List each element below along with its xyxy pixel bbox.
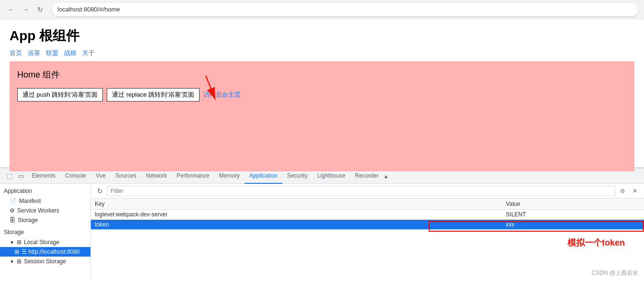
app-title: App 根组件 <box>10 27 634 45</box>
arrow-annotation <box>187 71 225 104</box>
localhost-grid-icon: ⊞ <box>14 248 19 255</box>
nav-yuse[interactable]: 浴塞 <box>28 49 40 57</box>
csdn-watermark: CSDN @上善若水 <box>591 269 638 277</box>
recorder-icon: ▲ <box>383 173 389 179</box>
storage-table: Key Value loglevel:webpack-dev-server SI… <box>91 199 644 281</box>
home-title: Home 组件 <box>17 69 627 80</box>
select-element-icon[interactable]: ⬚ <box>4 170 15 182</box>
devtools-body: Application 📄 Manifest ⚙ Service Workers… <box>0 184 644 281</box>
manifest-icon: 📄 <box>10 198 17 204</box>
table-row-selected[interactable]: token xxx <box>91 220 644 230</box>
local-storage-icon: ▼ <box>10 240 14 245</box>
nav-home[interactable]: 首页 <box>10 49 22 57</box>
nav-buttons: ← → ↻ <box>6 4 46 15</box>
section-application: Application <box>0 186 90 196</box>
sidebar-item-session-storage[interactable]: ▼ ⊞ Session Storage <box>0 257 90 266</box>
app-content: App 根组件 首页 浴塞 联盟 战狼 关于 Home 组件 通过 push 跳… <box>0 19 644 168</box>
local-storage-label: Local Storage <box>24 239 59 246</box>
session-storage-expand-icon: ▼ <box>10 259 14 264</box>
sidebar-item-localhost[interactable]: ⊞ ☰ http://localhost:8080 <box>0 247 90 257</box>
devtools: ⬚ ▭ Elements Console Vue Sources Network… <box>0 168 644 281</box>
row2-key: token <box>91 220 502 230</box>
col-key: Key <box>91 199 502 210</box>
storage-icon: 🗄 <box>10 217 15 224</box>
local-storage-grid-icon: ⊞ <box>17 239 22 246</box>
browser-chrome: ← → ↻ <box>0 0 644 19</box>
address-bar[interactable] <box>52 3 638 16</box>
local-storage-table: Key Value loglevel:webpack-dev-server SI… <box>91 199 644 230</box>
localhost-label: ☰ http://localhost:8080 <box>22 248 80 255</box>
table-row[interactable]: loglevel:webpack-dev-server SILENT <box>91 210 644 220</box>
manifest-label: Manifest <box>19 198 41 204</box>
forward-button[interactable]: → <box>20 4 32 15</box>
session-storage-grid-icon: ⊞ <box>17 258 22 265</box>
nav-lianmeng[interactable]: 联盟 <box>46 49 58 57</box>
service-workers-label: Service Workers <box>17 207 59 214</box>
filter-close-button[interactable]: ✕ <box>630 186 640 196</box>
home-component: Home 组件 通过 push 跳转到'浴塞'页面 通过 replace 跳转到… <box>10 61 634 171</box>
sidebar-item-manifest[interactable]: 📄 Manifest <box>0 196 90 206</box>
row2-value: xxx <box>502 220 644 230</box>
col-value: Value <box>502 199 644 210</box>
replace-button[interactable]: 通过 replace 跳转到'浴塞'页面 <box>107 88 200 101</box>
devtools-sidebar: Application 📄 Manifest ⚙ Service Workers… <box>0 184 91 281</box>
storage-label: Storage <box>18 217 38 224</box>
service-workers-icon: ⚙ <box>10 207 15 214</box>
refresh-button[interactable]: ↻ <box>34 4 46 15</box>
filter-input[interactable] <box>107 186 615 196</box>
filter-clear-button[interactable]: ⊘ <box>617 186 628 196</box>
filter-bar: ↻ ⊘ ✕ <box>91 184 644 199</box>
refresh-storage-button[interactable]: ↻ <box>95 186 105 196</box>
back-button[interactable]: ← <box>6 4 17 15</box>
device-toolbar-icon[interactable]: ▭ <box>15 170 27 182</box>
row1-value: SILENT <box>502 210 644 220</box>
svg-line-1 <box>206 76 215 100</box>
home-buttons: 通过 push 跳转到'浴塞'页面 通过 replace 跳转到'浴塞'页面 访… <box>17 88 627 101</box>
annotation-text: 模拟一个token <box>567 237 625 248</box>
row1-key: loglevel:webpack-dev-server <box>91 210 502 220</box>
devtools-main: ↻ ⊘ ✕ Key Value loglevel:webpa <box>91 184 644 281</box>
app-nav: 首页 浴塞 联盟 战狼 关于 <box>10 49 634 57</box>
session-storage-label: Session Storage <box>24 258 66 265</box>
nav-zhanglang[interactable]: 战狼 <box>64 49 77 57</box>
section-storage: Storage <box>0 227 90 237</box>
push-button[interactable]: 通过 push 跳转到'浴塞'页面 <box>17 88 103 101</box>
sidebar-item-storage[interactable]: 🗄 Storage <box>0 215 90 225</box>
sidebar-item-service-workers[interactable]: ⚙ Service Workers <box>0 206 90 215</box>
nav-guanyu[interactable]: 关于 <box>82 49 95 57</box>
sidebar-item-local-storage[interactable]: ▼ ⊞ Local Storage <box>0 237 90 247</box>
